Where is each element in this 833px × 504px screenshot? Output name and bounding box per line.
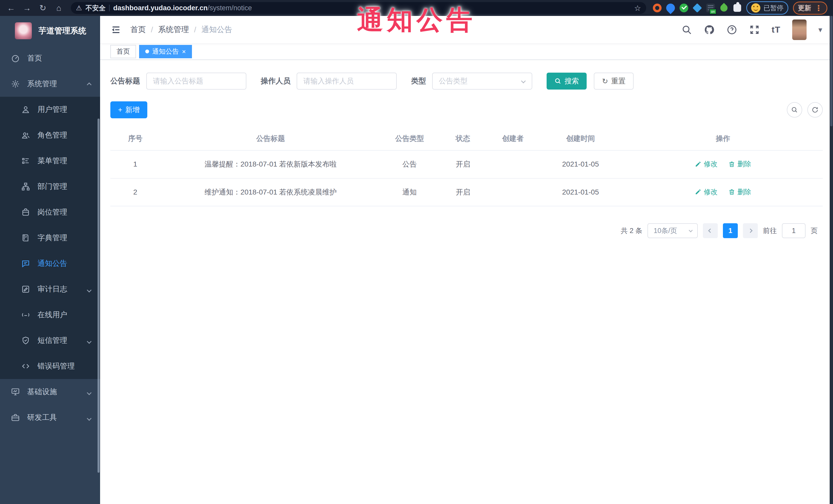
- delete-link[interactable]: 删除: [728, 159, 751, 169]
- sidebar-fold-icon[interactable]: [111, 25, 121, 35]
- edit-label: 修改: [704, 187, 717, 197]
- sidebar-item-notice[interactable]: 通知公告: [0, 251, 100, 277]
- reload-icon[interactable]: ↻: [36, 2, 50, 14]
- font-size-icon[interactable]: tT: [772, 25, 780, 34]
- prev-page-button[interactable]: [703, 223, 718, 238]
- operator-input[interactable]: [297, 73, 397, 90]
- annotation-title: 通知公告: [357, 3, 476, 38]
- sidebar-scrollbar[interactable]: [97, 119, 100, 473]
- chevron-right-icon: [748, 229, 753, 233]
- sidebar-item-devtools[interactable]: 研发工具: [0, 405, 100, 430]
- sidebar-item-departments[interactable]: 部门管理: [0, 174, 100, 199]
- extension-proxy-icon[interactable]: on: [706, 4, 715, 12]
- cell-title: 维护通知：2018-07-01 若依系统凌晨维护: [160, 178, 381, 206]
- chevron-down-icon: [88, 285, 91, 293]
- menu-list-icon: [21, 156, 30, 166]
- sidebar-item-menus[interactable]: 菜单管理: [0, 148, 100, 174]
- back-icon[interactable]: ←: [4, 2, 18, 14]
- chevron-down-icon: [521, 78, 526, 83]
- notice-title-input[interactable]: [146, 73, 246, 90]
- next-page-button[interactable]: [743, 223, 758, 238]
- caret-down-icon[interactable]: ▾: [818, 25, 822, 34]
- infrastructure-icon: [11, 387, 20, 397]
- security-label[interactable]: 不安全: [86, 4, 105, 13]
- tab-close-icon[interactable]: ×: [182, 48, 186, 55]
- user-avatar[interactable]: [792, 20, 807, 40]
- goto-page-input[interactable]: [782, 223, 806, 238]
- profile-paused-badge[interactable]: 已暂停: [746, 1, 788, 15]
- refresh-icon: [811, 106, 818, 114]
- home-icon[interactable]: ⌂: [52, 2, 66, 14]
- browser-update-button[interactable]: 更新 ⋮: [793, 2, 827, 15]
- search-button[interactable]: 搜索: [547, 73, 587, 90]
- table-header-row: 序号 公告标题 公告类型 状态 创建者 创建时间 操作: [110, 127, 823, 150]
- extension-blue-diamond-icon[interactable]: [693, 3, 702, 13]
- reset-button[interactable]: ↻ 重置: [594, 73, 634, 90]
- search-form: 公告标题 操作人员 类型 公告类型 搜索 ↻ 重置: [110, 73, 823, 90]
- github-icon[interactable]: [704, 24, 715, 35]
- url-divider: [109, 5, 110, 11]
- current-page-button[interactable]: 1: [723, 223, 738, 238]
- cell-created: 2021-01-05: [538, 150, 623, 178]
- extension-on-badge: on: [709, 9, 716, 15]
- sidebar-item-home[interactable]: 首页: [0, 45, 100, 71]
- goto-suffix-label: 页: [811, 226, 817, 235]
- col-creator: 创建者: [488, 127, 538, 150]
- extension-orange-ring-icon[interactable]: [653, 4, 662, 12]
- extension-location-pin-icon[interactable]: [664, 2, 677, 14]
- plus-icon: +: [118, 106, 122, 114]
- bookmark-star-icon[interactable]: ☆: [634, 4, 641, 13]
- sidebar-item-label: 部门管理: [38, 182, 67, 192]
- fullscreen-icon[interactable]: [749, 24, 760, 35]
- sidebar-item-audit-log[interactable]: 审计日志: [0, 277, 100, 302]
- sidebar-item-system[interactable]: 系统管理: [0, 71, 100, 97]
- refresh-table-button[interactable]: [807, 102, 823, 118]
- sidebar-item-error-codes[interactable]: 错误码管理: [0, 353, 100, 379]
- search-icon[interactable]: [681, 24, 692, 35]
- notice-type-select[interactable]: 公告类型: [432, 73, 532, 90]
- total-count: 共 2 条: [621, 226, 642, 235]
- delete-link[interactable]: 删除: [728, 187, 751, 197]
- sidebar-item-label: 角色管理: [38, 130, 67, 140]
- extension-sprout-icon[interactable]: [719, 3, 729, 13]
- breadcrumb-home[interactable]: 首页: [130, 24, 146, 35]
- table-tools: [787, 102, 823, 118]
- page-size-value: 10条/页: [653, 226, 677, 235]
- url-text[interactable]: dashboard.yudao.iocoder.cn/system/notice: [113, 4, 252, 12]
- window-scrollbar-thumb[interactable]: [830, 16, 832, 126]
- reset-icon: ↻: [602, 77, 608, 86]
- edit-link[interactable]: 修改: [695, 159, 717, 169]
- sidebar-item-label: 菜单管理: [38, 156, 67, 166]
- cell-actions: 修改 删除: [623, 178, 823, 206]
- tab-notice[interactable]: 通知公告 ×: [139, 45, 192, 58]
- page-size-select[interactable]: 10条/页: [647, 223, 698, 238]
- sidebar-item-online-users[interactable]: 在线用户: [0, 302, 100, 328]
- window-scrollbar[interactable]: [830, 16, 833, 504]
- sidebar-item-roles[interactable]: 角色管理: [0, 122, 100, 148]
- cell-title: 温馨提醒：2018-07-01 若依新版本发布啦: [160, 150, 381, 178]
- search-icon: [791, 106, 798, 114]
- browser-menu-icon[interactable]: ⋮: [815, 4, 823, 13]
- col-type: 公告类型: [381, 127, 438, 150]
- sidebar-item-posts[interactable]: 岗位管理: [0, 199, 100, 225]
- cell-no: 1: [110, 150, 160, 178]
- breadcrumb-system[interactable]: 系统管理: [158, 24, 189, 35]
- user-icon: [21, 105, 30, 114]
- extension-green-check-icon[interactable]: [680, 4, 688, 12]
- toggle-search-button[interactable]: [787, 102, 802, 118]
- sidebar-item-users[interactable]: 用户管理: [0, 97, 100, 122]
- col-created: 创建时间: [538, 127, 623, 150]
- app-logo[interactable]: 芋道管理系统: [0, 16, 100, 45]
- sidebar-item-sms[interactable]: 短信管理: [0, 328, 100, 353]
- cell-status: 开启: [438, 150, 488, 178]
- url-path: /system/notice: [208, 4, 252, 12]
- gear-icon: [11, 79, 20, 89]
- tab-home[interactable]: 首页: [110, 45, 136, 58]
- edit-link[interactable]: 修改: [695, 187, 717, 197]
- sidebar-item-dictionary[interactable]: 字典管理: [0, 225, 100, 251]
- help-icon[interactable]: [727, 24, 737, 35]
- extensions-puzzle-icon[interactable]: [733, 4, 741, 12]
- forward-icon[interactable]: →: [20, 2, 34, 14]
- sidebar-item-infrastructure[interactable]: 基础设施: [0, 379, 100, 405]
- add-button[interactable]: + 新增: [110, 101, 147, 118]
